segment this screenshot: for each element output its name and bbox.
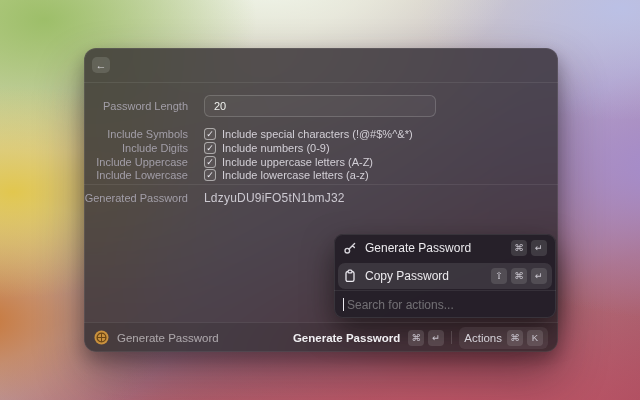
include-symbols-label: Include Symbols [84, 128, 188, 140]
include-digits-label: Include Digits [84, 142, 188, 154]
status-bar-divider [451, 331, 452, 344]
password-length-label: Password Length [84, 100, 188, 112]
password-length-value: 20 [214, 100, 226, 112]
checkmark-icon: ✓ [206, 144, 214, 153]
action-item-copy-password[interactable]: Copy Password ⇧ ⌘ ↵ [338, 263, 552, 289]
password-app-icon [94, 330, 109, 345]
include-lowercase-description: Include lowercase letters (a-z) [222, 169, 369, 181]
include-digits-checkbox[interactable]: ✓ [204, 142, 216, 154]
form-row-include-digits: Include Digits ✓ Include numbers (0-9) [84, 141, 558, 155]
action-label: Copy Password [365, 269, 487, 283]
checkmark-icon: ✓ [206, 130, 214, 139]
checkmark-icon: ✓ [206, 158, 214, 167]
app-name: Generate Password [117, 332, 219, 344]
cmd-key: ⌘ [507, 330, 523, 346]
return-key: ↵ [531, 240, 547, 256]
actions-search-input[interactable]: Search for actions... [334, 291, 556, 318]
actions-button[interactable]: Actions ⌘ K [459, 327, 548, 349]
generated-password-value: LdzyuDU9iFO5tN1bmJ32 [204, 191, 345, 205]
action-item-generate-password[interactable]: Generate Password ⌘ ↵ [334, 234, 556, 262]
include-lowercase-checkbox[interactable]: ✓ [204, 169, 216, 181]
include-uppercase-checkbox[interactable]: ✓ [204, 156, 216, 168]
actions-popup: Generate Password ⌘ ↵ Copy Password ⇧ ⌘ … [334, 234, 556, 318]
desktop: { "icons": { "back": "←", "check": "✓" }… [0, 0, 640, 400]
key-icon [343, 241, 357, 255]
form-row-include-uppercase: Include Uppercase ✓ Include uppercase le… [84, 155, 558, 169]
form-row-include-symbols: Include Symbols ✓ Include special charac… [84, 127, 558, 141]
include-symbols-description: Include special characters (!@#$%^&*) [222, 128, 413, 140]
return-key: ↵ [531, 268, 547, 284]
shift-key: ⇧ [491, 268, 507, 284]
back-button[interactable]: ← [92, 57, 110, 73]
cmd-key: ⌘ [408, 330, 424, 346]
search-placeholder: Search for actions... [347, 298, 454, 312]
status-bar: Generate Password Generate Password ⌘ ↵ … [84, 322, 558, 352]
raycast-window: ← Password Length 20 Include Symbols ✓ I… [84, 48, 558, 352]
generated-password-row: Generated Password LdzyuDU9iFO5tN1bmJ32 [84, 190, 558, 206]
status-bar-right: Generate Password ⌘ ↵ Actions ⌘ K [293, 327, 548, 349]
section-divider [84, 184, 558, 185]
cmd-key: ⌘ [511, 268, 527, 284]
text-cursor [343, 298, 344, 311]
clipboard-icon [343, 269, 357, 283]
cmd-key: ⌘ [511, 240, 527, 256]
actions-button-label: Actions [464, 332, 502, 344]
status-bar-left: Generate Password [94, 330, 293, 345]
action-label: Generate Password [365, 241, 507, 255]
include-uppercase-description: Include uppercase letters (A-Z) [222, 156, 373, 168]
include-digits-description: Include numbers (0-9) [222, 142, 330, 154]
checkmark-icon: ✓ [206, 171, 214, 180]
form-row-password-length: Password Length 20 [84, 94, 558, 118]
generated-password-label: Generated Password [84, 192, 188, 204]
window-header: ← [84, 48, 558, 83]
include-symbols-checkbox[interactable]: ✓ [204, 128, 216, 140]
include-uppercase-label: Include Uppercase [84, 156, 188, 168]
primary-action-button[interactable]: Generate Password [293, 332, 400, 344]
return-key: ↵ [428, 330, 444, 346]
password-length-input[interactable]: 20 [204, 95, 436, 117]
k-key: K [527, 330, 543, 346]
include-lowercase-label: Include Lowercase [84, 169, 188, 181]
back-arrow-icon: ← [96, 60, 107, 71]
form-row-include-lowercase: Include Lowercase ✓ Include lowercase le… [84, 168, 558, 182]
